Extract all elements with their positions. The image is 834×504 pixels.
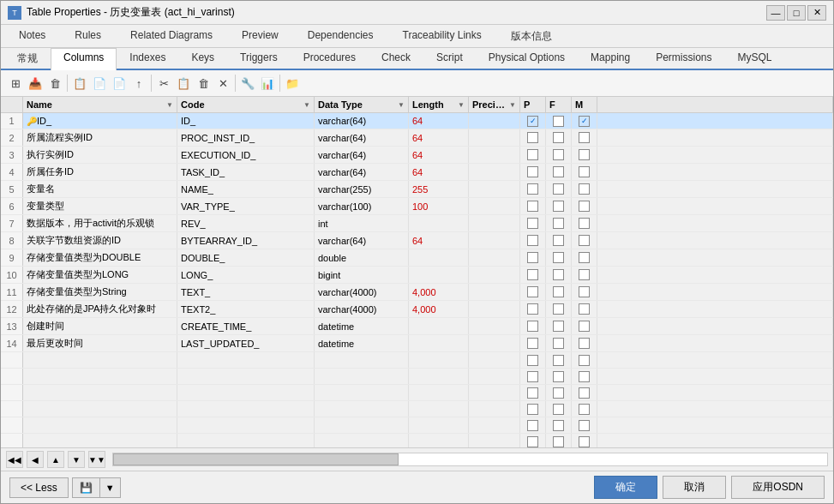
row-datatype-cell[interactable]: double (315, 249, 409, 266)
row-datatype-cell[interactable]: varchar(64) (315, 164, 409, 180)
table-row[interactable]: 2所属流程实例IDPROC_INST_ID_varchar(64)64 (1, 129, 833, 147)
header-m[interactable]: M (572, 97, 597, 112)
m-checkbox[interactable] (579, 149, 590, 160)
clipboard-button[interactable]: 📋 (174, 74, 193, 93)
row-m-cell[interactable] (572, 181, 597, 197)
p-checkbox[interactable] (527, 286, 538, 297)
row-p-cell[interactable] (520, 164, 546, 180)
p-checkbox[interactable] (527, 252, 538, 263)
row-length-cell[interactable]: 100 (409, 198, 469, 214)
f-checkbox[interactable] (553, 286, 564, 297)
f-checkbox[interactable] (553, 149, 564, 160)
row-m-cell[interactable] (572, 318, 597, 334)
row-p-cell[interactable] (520, 147, 546, 163)
row-name-cell[interactable]: 变量类型 (23, 198, 177, 214)
row-precision-cell[interactable] (469, 267, 520, 283)
row-datatype-cell[interactable]: bigint (315, 267, 409, 283)
row-name-cell[interactable]: 存储变量值类型为LONG (23, 267, 177, 283)
row-f-cell[interactable] (546, 335, 572, 351)
f-checkbox[interactable] (553, 116, 564, 127)
row-precision-cell[interactable] (469, 284, 520, 300)
header-p[interactable]: P (520, 97, 546, 112)
p-checkbox[interactable] (527, 321, 538, 332)
f-checkbox[interactable] (553, 218, 564, 229)
filter-button[interactable]: 🔧 (238, 74, 257, 93)
table-row[interactable]: 9存储变量值类型为DOUBLEDOUBLE_double (1, 249, 833, 267)
less-button[interactable]: << Less (9, 477, 69, 498)
row-datatype-cell[interactable]: int (315, 215, 409, 231)
m-checkbox[interactable] (579, 252, 590, 263)
tab-indexes[interactable]: Indexes (117, 48, 178, 69)
row-length-cell[interactable] (409, 335, 469, 351)
m-checkbox[interactable] (579, 286, 590, 297)
row-code-cell[interactable]: REV_ (177, 215, 315, 231)
row-p-cell[interactable] (520, 198, 546, 214)
tab-keys[interactable]: Keys (178, 48, 227, 69)
m-checkbox[interactable] (579, 218, 590, 229)
row-length-cell[interactable]: 255 (409, 181, 469, 197)
row-p-cell[interactable] (520, 284, 546, 300)
duplicate-button[interactable]: 📄 (110, 74, 129, 93)
insert-button[interactable]: 📥 (26, 74, 45, 93)
row-datatype-cell[interactable]: datetime (315, 318, 409, 334)
row-name-cell[interactable]: 🔑 ID_ (23, 113, 177, 129)
add-row-button[interactable]: ⊞ (6, 74, 25, 93)
header-name[interactable]: Name ▼ (23, 97, 177, 112)
row-length-cell[interactable] (409, 267, 469, 283)
row-f-cell[interactable] (546, 164, 572, 180)
table-row[interactable]: 4所属任务IDTASK_ID_varchar(64)64 (1, 164, 833, 181)
row-m-cell[interactable] (572, 198, 597, 214)
row-p-cell[interactable] (520, 232, 546, 249)
row-name-cell[interactable]: 创建时间 (23, 318, 177, 334)
row-f-cell[interactable] (546, 147, 572, 163)
f-checkbox[interactable] (553, 166, 564, 177)
row-p-cell[interactable] (520, 335, 546, 351)
row-code-cell[interactable]: VAR_TYPE_ (177, 198, 315, 214)
cancel-button[interactable]: 取消 (663, 476, 726, 499)
row-f-cell[interactable] (546, 249, 572, 266)
f-checkbox[interactable] (553, 303, 564, 315)
f-checkbox[interactable] (553, 235, 564, 246)
m-checkbox[interactable] (579, 235, 590, 246)
tab-mapping[interactable]: Mapping (578, 48, 643, 69)
row-code-cell[interactable]: TEXT_ (177, 284, 315, 300)
p-checkbox[interactable] (527, 201, 538, 212)
table-row[interactable]: 14最后更改时间LAST_UPDATED_datetime (1, 335, 833, 352)
row-precision-cell[interactable] (469, 181, 520, 197)
row-precision-cell[interactable] (469, 113, 520, 129)
tab-related-diagrams[interactable]: Related Diagrams (116, 25, 227, 47)
tab-physical-options[interactable]: Physical Options (476, 48, 578, 69)
p-checkbox[interactable] (527, 166, 538, 177)
f-checkbox[interactable] (553, 338, 564, 349)
row-precision-cell[interactable] (469, 129, 520, 146)
row-code-cell[interactable]: ID_ (177, 113, 315, 129)
row-f-cell[interactable] (546, 267, 572, 283)
confirm-button[interactable]: 确定 (594, 476, 657, 499)
row-name-cell[interactable]: 存储变量值类型为DOUBLE (23, 249, 177, 266)
open-button[interactable]: 📁 (283, 74, 302, 93)
row-f-cell[interactable] (546, 284, 572, 300)
copy-button[interactable]: 📋 (70, 74, 89, 93)
row-precision-cell[interactable] (469, 215, 520, 231)
cut-button[interactable]: ✂ (154, 74, 173, 93)
row-length-cell[interactable] (409, 318, 469, 334)
row-length-cell[interactable]: 64 (409, 232, 469, 249)
row-code-cell[interactable]: NAME_ (177, 181, 315, 197)
row-name-cell[interactable]: 所属流程实例ID (23, 129, 177, 146)
paste-button[interactable]: 📄 (90, 74, 109, 93)
row-f-cell[interactable] (546, 215, 572, 231)
tab-general[interactable]: 常规 (4, 48, 51, 69)
row-m-cell[interactable] (572, 267, 597, 283)
row-m-cell[interactable] (572, 147, 597, 163)
header-f[interactable]: F (546, 97, 572, 112)
p-checkbox[interactable] (527, 132, 538, 143)
row-m-cell[interactable] (572, 232, 597, 249)
table-row[interactable]: 1🔑 ID_ID_varchar(64)64 (1, 113, 833, 129)
row-datatype-cell[interactable]: varchar(4000) (315, 284, 409, 300)
minimize-button[interactable]: — (766, 5, 785, 21)
row-length-cell[interactable]: 64 (409, 164, 469, 180)
f-checkbox[interactable] (553, 321, 564, 332)
row-code-cell[interactable]: DOUBLE_ (177, 249, 315, 266)
tab-permissions[interactable]: Permissions (643, 48, 724, 69)
row-p-cell[interactable] (520, 113, 546, 129)
